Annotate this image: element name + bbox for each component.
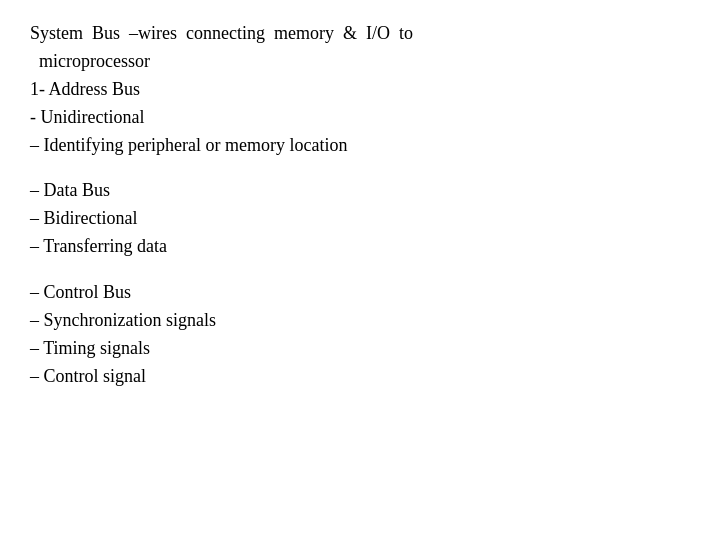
line-control-bus: – Control Bus: [30, 279, 690, 307]
spacer-1: [30, 159, 690, 177]
line-data-bus: – Data Bus: [30, 177, 690, 205]
main-content: System Bus –wires connecting memory & I/…: [30, 20, 690, 391]
line-bidirectional: – Bidirectional: [30, 205, 690, 233]
line-system-bus: System Bus –wires connecting memory & I/…: [30, 20, 690, 48]
line-transferring: – Transferring data: [30, 233, 690, 261]
spacer-2: [30, 261, 690, 279]
line-synchronization: – Synchronization signals: [30, 307, 690, 335]
line-identifying: – Identifying peripheral or memory locat…: [30, 132, 690, 160]
line-address-bus-heading: 1- Address Bus: [30, 76, 690, 104]
line-control-signal: – Control signal: [30, 363, 690, 391]
line-timing: – Timing signals: [30, 335, 690, 363]
line-microprocessor: microprocessor: [30, 48, 690, 76]
line-unidirectional: - Unidirectional: [30, 104, 690, 132]
